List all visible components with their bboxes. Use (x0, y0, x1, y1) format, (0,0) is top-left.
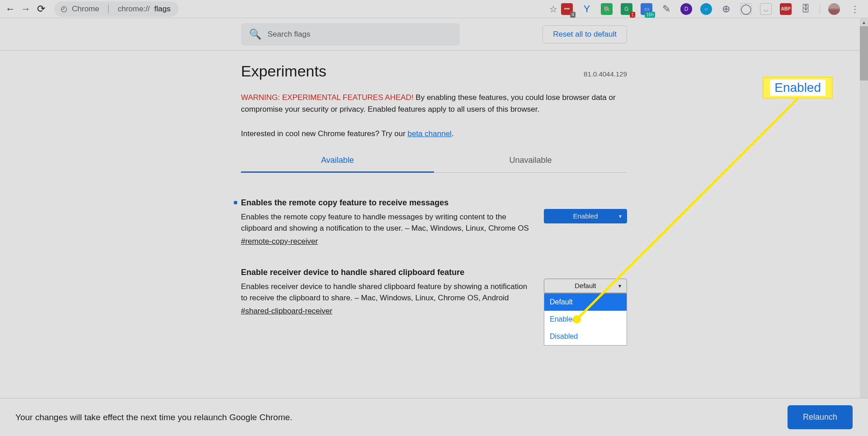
omnibox-divider (108, 5, 108, 14)
tabs: Available Unavailable (241, 149, 627, 173)
annotation-callout: Enabled (763, 77, 833, 99)
omnibox-url-prefix: chrome:// (118, 5, 150, 14)
flag-description: Enables the remote copy feature to handl… (241, 211, 533, 234)
tab-available[interactable]: Available (241, 149, 434, 172)
warning-prefix: WARNING: EXPERIMENTAL FEATURES AHEAD! (241, 93, 414, 102)
chevron-down-icon: ▾ (619, 213, 622, 219)
flag-title: Enables the remote copy feature to recei… (241, 198, 533, 208)
extension-lastpass-icon[interactable]: •••4 (561, 3, 573, 15)
search-placeholder-text: Search flags (268, 30, 311, 39)
omnibox-url-path: flags (154, 5, 170, 14)
search-flags-input[interactable]: 🔍 Search flags (241, 23, 460, 46)
site-info-icon: ◴ (61, 4, 67, 14)
flag-value-label: Default (575, 282, 596, 289)
modified-indicator-dot (234, 201, 237, 204)
flag-value-dropdown: Default Enabled Disabled (544, 293, 627, 346)
extension-pin-icon[interactable]: ✎ (660, 3, 672, 15)
chevron-down-icon: ▾ (618, 283, 621, 289)
search-icon: 🔍 (249, 28, 261, 40)
flag-value-label: Enabled (573, 212, 598, 220)
flag-hash-link[interactable]: #shared-clipboard-receiver (241, 307, 533, 316)
bookmark-star-icon[interactable]: ☆ (549, 4, 557, 14)
flag-hash-link[interactable]: #remote-copy-receiver (241, 237, 533, 246)
dropdown-option-enabled[interactable]: Enabled (544, 311, 627, 328)
relaunch-button[interactable]: Relaunch (788, 405, 853, 429)
extension-evernote-icon[interactable]: 🐘 (601, 3, 613, 15)
extension-blue-o-icon[interactable]: ○ (700, 3, 712, 15)
tab-unavailable[interactable]: Unavailable (434, 149, 627, 172)
annotation-dot (573, 315, 581, 323)
beta-channel-line: Interested in cool new Chrome features? … (241, 129, 627, 138)
address-bar[interactable]: ◴ Chrome chrome://flags (54, 1, 179, 17)
page-title: Experiments (241, 62, 326, 80)
extension-calendar-icon[interactable]: ▭16h (641, 3, 652, 15)
flags-header: 🔍 Search flags Reset all to default (0, 18, 868, 51)
dropdown-option-disabled[interactable]: Disabled (544, 328, 627, 345)
forward-button[interactable]: → (18, 1, 33, 17)
warning-text: WARNING: EXPERIMENTAL FEATURES AHEAD! By… (241, 92, 627, 116)
beta-channel-link[interactable]: beta channel (408, 129, 452, 138)
extension-y-icon[interactable]: Y (581, 3, 593, 15)
relaunch-message: Your changes will take effect the next t… (15, 412, 292, 422)
extension-briefcase-icon[interactable]: 🗄 (800, 3, 811, 15)
extension-circle-icon[interactable]: ◯ (740, 3, 752, 15)
flag-title: Enable receiver device to handle shared … (241, 268, 533, 277)
flag-value-select[interactable]: Default ▾ (544, 279, 627, 293)
extension-abp-icon[interactable]: ABP (780, 3, 792, 15)
chrome-version: 81.0.4044.129 (584, 70, 627, 78)
extension-grammarly-icon[interactable]: G1 (621, 3, 632, 15)
extension-purple-d-icon[interactable]: D (680, 3, 692, 15)
flags-body: Experiments 81.0.4044.129 WARNING: EXPER… (0, 51, 868, 398)
extension-add-icon[interactable]: ⊕ (720, 3, 732, 15)
reset-all-button[interactable]: Reset all to default (542, 25, 627, 43)
chrome-menu-button[interactable]: ⋮ (848, 4, 862, 14)
reload-button[interactable]: ⟳ (33, 1, 49, 17)
extension-pocket-icon[interactable]: ◡ (760, 3, 772, 15)
flag-description: Enables receiver device to handle shared… (241, 281, 533, 304)
relaunch-bar: Your changes will take effect the next t… (0, 398, 868, 436)
back-button[interactable]: ← (3, 1, 18, 17)
profile-avatar[interactable] (828, 3, 840, 15)
omnibox-title: Chrome (72, 5, 99, 14)
toolbar-separator (820, 4, 820, 14)
dropdown-option-default[interactable]: Default (544, 294, 627, 311)
scroll-up-arrow-icon[interactable]: ▲ (860, 18, 868, 26)
scrollbar-thumb[interactable] (860, 26, 868, 81)
vertical-scrollbar[interactable]: ▲ ▼ (860, 18, 868, 436)
flag-value-select[interactable]: Enabled ▾ (544, 209, 627, 223)
flag-row: Enables the remote copy feature to recei… (241, 173, 627, 246)
browser-toolbar: ← → ⟳ ◴ Chrome chrome://flags ☆ •••4 Y 🐘… (0, 0, 868, 18)
extensions-strip: •••4 Y 🐘 G1 ▭16h ✎ D ○ ⊕ ◯ ◡ ABP 🗄 ⋮ (561, 3, 862, 15)
annotation-callout-label: Enabled (770, 80, 826, 96)
